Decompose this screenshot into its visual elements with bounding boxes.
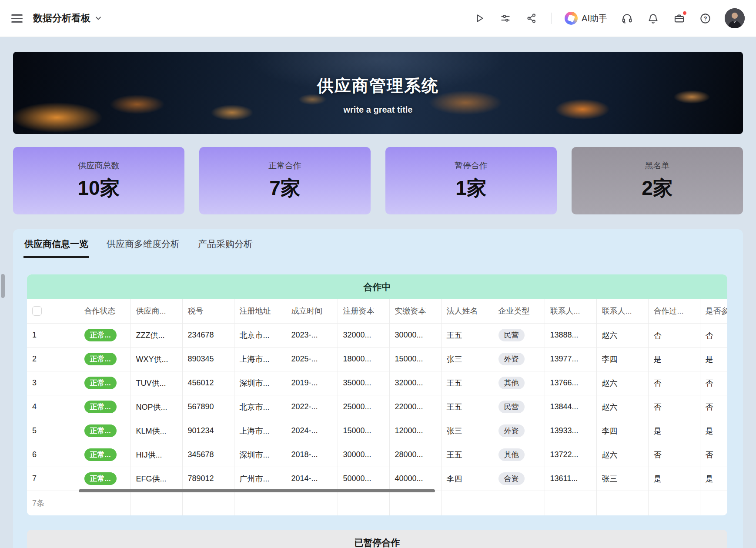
- address-cell[interactable]: 上海市...: [234, 419, 286, 443]
- paid_capital-cell[interactable]: 15000...: [389, 347, 441, 371]
- tax-cell[interactable]: 345678: [182, 443, 234, 467]
- participate-cell[interactable]: 否: [700, 323, 727, 347]
- column-header-11[interactable]: 联系人...: [596, 299, 648, 323]
- type-cell[interactable]: 外资: [493, 419, 545, 443]
- paid_capital-cell[interactable]: 28000...: [389, 443, 441, 467]
- type-cell[interactable]: 其他: [493, 371, 545, 395]
- paid_capital-cell[interactable]: 40000...: [389, 467, 441, 491]
- contact_phone-cell[interactable]: 13844...: [545, 395, 596, 419]
- reg_capital-cell[interactable]: 15000...: [338, 419, 389, 443]
- contact_phone-cell[interactable]: 13766...: [545, 371, 596, 395]
- sliders-icon[interactable]: [499, 12, 512, 25]
- column-header-7[interactable]: 实缴资本: [389, 299, 441, 323]
- coop-cell[interactable]: 是: [648, 419, 700, 443]
- vertical-scrollbar[interactable]: [1, 274, 5, 298]
- participate-cell[interactable]: 否: [700, 395, 727, 419]
- coop-cell[interactable]: 否: [648, 371, 700, 395]
- founded-cell[interactable]: 2025-...: [286, 347, 338, 371]
- participate-cell[interactable]: 否: [700, 371, 727, 395]
- tax-cell[interactable]: 234678: [182, 323, 234, 347]
- reg_capital-cell[interactable]: 25000...: [338, 395, 389, 419]
- column-header-6[interactable]: 注册资本: [338, 299, 389, 323]
- contact_phone-cell[interactable]: 13888...: [545, 323, 596, 347]
- supplier-cell[interactable]: EFG供...: [130, 467, 182, 491]
- legal-cell[interactable]: 王五: [441, 443, 493, 467]
- status-cell[interactable]: 正常...: [79, 467, 130, 491]
- contact-cell[interactable]: 李四: [596, 347, 648, 371]
- tax-cell[interactable]: 901234: [182, 419, 234, 443]
- address-cell[interactable]: 深圳市...: [234, 371, 286, 395]
- column-header-3[interactable]: 税号: [182, 299, 234, 323]
- contact-cell[interactable]: 赵六: [596, 443, 648, 467]
- paid_capital-cell[interactable]: 32000...: [389, 371, 441, 395]
- supplier-cell[interactable]: HIJ供...: [130, 443, 182, 467]
- select-all-checkbox[interactable]: [32, 306, 42, 316]
- founded-cell[interactable]: 2018-...: [286, 443, 338, 467]
- status-cell[interactable]: 正常...: [79, 371, 130, 395]
- paid_capital-cell[interactable]: 12000...: [389, 419, 441, 443]
- contact-cell[interactable]: 赵六: [596, 395, 648, 419]
- ai-assistant-button[interactable]: AI助手: [565, 12, 607, 25]
- coop-cell[interactable]: 否: [648, 395, 700, 419]
- type-cell[interactable]: 民营: [493, 323, 545, 347]
- coop-cell[interactable]: 否: [648, 323, 700, 347]
- contact_phone-cell[interactable]: 13611...: [545, 467, 596, 491]
- contact-cell[interactable]: 张三: [596, 467, 648, 491]
- address-cell[interactable]: 北京市...: [234, 323, 286, 347]
- founded-cell[interactable]: 2014-...: [286, 467, 338, 491]
- column-header-8[interactable]: 法人姓名: [441, 299, 493, 323]
- type-cell[interactable]: 民营: [493, 395, 545, 419]
- participate-cell[interactable]: 否: [700, 443, 727, 467]
- address-cell[interactable]: 广州市...: [234, 467, 286, 491]
- supplier-cell[interactable]: NOP供...: [130, 395, 182, 419]
- reg_capital-cell[interactable]: 18000...: [338, 347, 389, 371]
- status-cell[interactable]: 正常...: [79, 347, 130, 371]
- legal-cell[interactable]: 王五: [441, 395, 493, 419]
- column-header-10[interactable]: 联系人...: [545, 299, 596, 323]
- contact-cell[interactable]: 赵六: [596, 371, 648, 395]
- tax-cell[interactable]: 890345: [182, 347, 234, 371]
- contact-cell[interactable]: 赵六: [596, 323, 648, 347]
- dashboard-title-dropdown[interactable]: 数据分析看板: [33, 12, 102, 25]
- bell-icon[interactable]: [646, 12, 659, 25]
- paid_capital-cell[interactable]: 30000...: [389, 323, 441, 347]
- contact_phone-cell[interactable]: 13977...: [545, 347, 596, 371]
- type-cell[interactable]: 其他: [493, 443, 545, 467]
- column-header-13[interactable]: 是否参...: [700, 299, 727, 323]
- supplier-cell[interactable]: KLM供...: [130, 419, 182, 443]
- status-cell[interactable]: 正常...: [79, 443, 130, 467]
- founded-cell[interactable]: 2019-...: [286, 371, 338, 395]
- type-cell[interactable]: 外资: [493, 347, 545, 371]
- column-header-2[interactable]: 供应商...: [130, 299, 182, 323]
- reg_capital-cell[interactable]: 32000...: [338, 323, 389, 347]
- status-cell[interactable]: 正常...: [79, 395, 130, 419]
- address-cell[interactable]: 北京市...: [234, 395, 286, 419]
- reg_capital-cell[interactable]: 50000...: [338, 467, 389, 491]
- coop-cell[interactable]: 否: [648, 443, 700, 467]
- supplier-cell[interactable]: ZZZ供...: [130, 323, 182, 347]
- legal-cell[interactable]: 张三: [441, 347, 493, 371]
- founded-cell[interactable]: 2024-...: [286, 419, 338, 443]
- briefcase-icon[interactable]: [672, 12, 686, 25]
- share-icon[interactable]: [525, 12, 538, 25]
- contact-cell[interactable]: 李四: [596, 419, 648, 443]
- status-cell[interactable]: 正常...: [79, 419, 130, 443]
- participate-cell[interactable]: 是: [700, 467, 727, 491]
- help-icon[interactable]: ?: [699, 12, 712, 25]
- legal-cell[interactable]: 王五: [441, 323, 493, 347]
- tax-cell[interactable]: 567890: [182, 395, 234, 419]
- participate-cell[interactable]: 是: [700, 347, 727, 371]
- reg_capital-cell[interactable]: 35000...: [338, 371, 389, 395]
- column-header-12[interactable]: 合作过...: [648, 299, 700, 323]
- column-header-1[interactable]: 合作状态: [79, 299, 130, 323]
- tab-3[interactable]: 产品采购分析: [197, 236, 254, 258]
- headset-icon[interactable]: [620, 12, 633, 25]
- play-button[interactable]: [473, 12, 486, 25]
- menu-icon[interactable]: [11, 12, 23, 24]
- type-cell[interactable]: 合资: [493, 467, 545, 491]
- paid_capital-cell[interactable]: 22000...: [389, 395, 441, 419]
- address-cell[interactable]: 深圳市...: [234, 443, 286, 467]
- supplier-cell[interactable]: WXY供...: [130, 347, 182, 371]
- address-cell[interactable]: 上海市...: [234, 347, 286, 371]
- column-header-9[interactable]: 企业类型: [493, 299, 545, 323]
